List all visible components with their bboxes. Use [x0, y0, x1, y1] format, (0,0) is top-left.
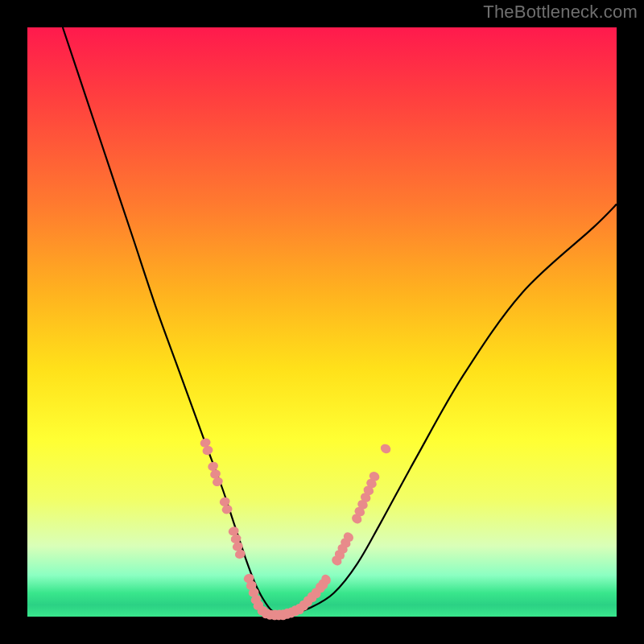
marker-layer	[199, 437, 392, 621]
watermark-text: TheBottleneck.com	[483, 2, 638, 23]
bottleneck-curve	[63, 27, 617, 614]
plot-area	[27, 27, 617, 617]
curve-marker	[379, 442, 393, 455]
chart-svg	[27, 27, 617, 617]
curve-layer	[63, 27, 617, 614]
chart-frame: TheBottleneck.com	[0, 0, 644, 644]
